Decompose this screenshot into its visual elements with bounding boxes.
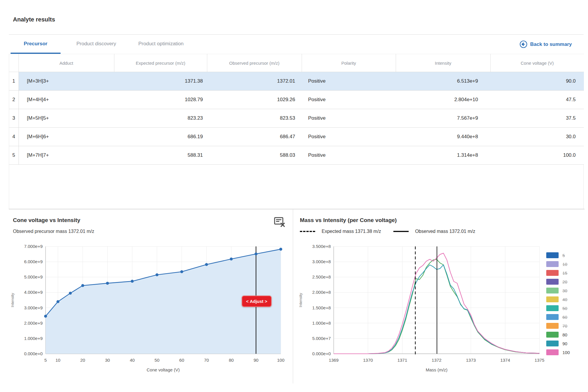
svg-text:2.500e+8: 2.500e+8 [312, 274, 331, 279]
legend-value: 5 [562, 253, 565, 258]
table-row[interactable]: 3 [M+5H]5+ 823.23 823.53 Positive 7.567e… [9, 109, 584, 128]
col-header-polarity[interactable]: Polarity [302, 54, 396, 72]
col-header-observed-precursor[interactable]: Observed precursor (m/z) [207, 54, 302, 72]
cell-polarity: Positive [302, 91, 396, 109]
table-row[interactable]: 1 [M+3H]3+ 1371.38 1372.01 Positive 6.51… [9, 72, 584, 91]
cell-polarity: Positive [302, 128, 396, 146]
back-link-label: Back to summary [530, 41, 572, 47]
legend-item-cone-voltage-20[interactable]: 20 [546, 279, 570, 285]
col-header-cone-voltage[interactable]: Cone voltage (V) [490, 54, 584, 72]
row-number: 5 [9, 146, 19, 165]
expected-mass-label: Expected mass 1371.38 m/z [322, 229, 381, 234]
svg-text:Intensity: Intensity [10, 293, 15, 307]
cone-voltage-panel: 0.000e+01.000e+92.000e+93.000e+94.000e+9… [0, 209, 293, 392]
table-row[interactable]: 4 [M+6H]6+ 686.19 686.47 Positive 9.440e… [9, 128, 584, 146]
svg-text:1.000e+8: 1.000e+8 [312, 321, 331, 326]
cell-intensity: 6.513e+9 [396, 72, 490, 91]
legend-swatch [546, 341, 559, 346]
mass-intensity-chart: 0.000e+05.000e+71.000e+81.500e+82.000e+8… [293, 209, 588, 392]
col-header-adduct[interactable]: Adduct [19, 54, 114, 72]
legend-value: 60 [562, 315, 567, 320]
back-to-summary-link[interactable]: Back to summary [519, 35, 572, 54]
svg-text:1371: 1371 [397, 358, 407, 363]
legend-item-cone-voltage-80[interactable]: 80 [546, 332, 570, 338]
svg-text:Mass (m/z): Mass (m/z) [426, 367, 447, 372]
cell-observed-precursor: 1372.01 [207, 72, 302, 91]
legend-swatch [546, 261, 559, 267]
left-chart-subtitle: Observed precursor mass 1372.01 m/z [13, 229, 94, 234]
cell-polarity: Positive [302, 146, 396, 165]
legend-value: 30 [562, 288, 567, 293]
svg-text:3.500e+8: 3.500e+8 [312, 244, 331, 249]
legend-item-cone-voltage-100[interactable]: 100 [546, 349, 570, 355]
legend-item-cone-voltage-70[interactable]: 70 [546, 323, 570, 329]
svg-text:1.500e+8: 1.500e+8 [312, 305, 331, 310]
svg-text:1373: 1373 [466, 358, 476, 363]
cell-adduct: [M+4H]4+ [19, 91, 114, 109]
svg-text:3.000e+8: 3.000e+8 [312, 259, 331, 264]
svg-text:6.000e+9: 6.000e+9 [24, 259, 43, 264]
svg-text:30: 30 [105, 358, 110, 363]
legend-swatch [546, 296, 559, 302]
adjust-button[interactable]: < Adjust > [242, 296, 272, 307]
svg-text:40: 40 [130, 358, 135, 363]
right-chart-title: Mass vs Intensity (per Cone voltage) [300, 217, 397, 223]
svg-text:100: 100 [277, 358, 284, 363]
row-number-header [9, 54, 19, 72]
svg-text:1.000e+9: 1.000e+9 [24, 336, 43, 341]
row-number: 1 [9, 72, 19, 91]
col-header-intensity[interactable]: Intensity [396, 54, 490, 72]
cell-expected-precursor: 686.19 [114, 128, 207, 146]
svg-text:70: 70 [204, 358, 209, 363]
cell-cone-voltage: 90.0 [490, 72, 584, 91]
svg-text:2.000e+8: 2.000e+8 [312, 290, 331, 295]
page-title: Analyte results [13, 16, 55, 23]
svg-text:10: 10 [56, 358, 61, 363]
table-row[interactable]: 5 [M+7H]7+ 588.31 588.03 Positive 1.314e… [9, 146, 584, 165]
table-header-row: Adduct Expected precursor (m/z) Observed… [9, 54, 584, 72]
tab-product-optimization[interactable]: Product optimization [129, 35, 193, 53]
legend-item-cone-voltage-15[interactable]: 15 [546, 270, 570, 276]
svg-text:5.000e+7: 5.000e+7 [312, 336, 331, 341]
svg-text:Intensity: Intensity [298, 293, 303, 307]
cell-polarity: Positive [302, 109, 396, 128]
tab-product-discovery[interactable]: Product discovery [72, 35, 121, 53]
cell-adduct: [M+6H]6+ [19, 128, 114, 146]
clear-annotations-button[interactable] [273, 215, 286, 229]
observed-mass-line-sample [393, 231, 409, 232]
svg-text:5: 5 [44, 358, 47, 363]
svg-text:50: 50 [155, 358, 160, 363]
legend-value: 70 [562, 323, 567, 328]
table-row[interactable]: 2 [M+4H]4+ 1028.79 1029.26 Positive 2.80… [9, 91, 584, 109]
svg-text:4.000e+9: 4.000e+9 [24, 290, 43, 295]
tab-bar: Precursor Product discovery Product opti… [9, 35, 584, 54]
legend-value: 50 [562, 306, 567, 311]
cell-cone-voltage: 47.5 [490, 91, 584, 109]
legend-item-cone-voltage-30[interactable]: 30 [546, 288, 570, 293]
cell-intensity: 7.567e+9 [396, 109, 490, 128]
cell-adduct: [M+7H]7+ [19, 146, 114, 165]
clear-annotations-icon [273, 225, 286, 230]
legend-item-cone-voltage-40[interactable]: 40 [546, 296, 570, 302]
legend-item-cone-voltage-10[interactable]: 10 [546, 261, 570, 267]
legend-swatch [546, 349, 559, 355]
legend-item-cone-voltage-5[interactable]: 5 [546, 252, 570, 258]
cell-intensity: 1.314e+8 [396, 146, 490, 165]
legend-swatch [546, 314, 559, 320]
svg-text:20: 20 [80, 358, 85, 363]
cell-cone-voltage: 30.0 [490, 128, 584, 146]
row-number: 4 [9, 128, 19, 146]
legend-item-cone-voltage-50[interactable]: 50 [546, 305, 570, 311]
cell-observed-precursor: 823.53 [207, 109, 302, 128]
tab-precursor[interactable]: Precursor [11, 35, 61, 54]
col-header-expected-precursor[interactable]: Expected precursor (m/z) [114, 54, 207, 72]
legend-swatch [546, 332, 559, 338]
legend-value: 90 [562, 341, 567, 346]
legend-value: 80 [562, 332, 567, 337]
cell-expected-precursor: 823.23 [114, 109, 207, 128]
svg-text:1372: 1372 [432, 358, 441, 363]
legend-item-cone-voltage-60[interactable]: 60 [546, 314, 570, 320]
svg-text:3.000e+9: 3.000e+9 [24, 305, 43, 310]
legend-item-cone-voltage-90[interactable]: 90 [546, 341, 570, 346]
svg-text:1374: 1374 [500, 358, 510, 363]
